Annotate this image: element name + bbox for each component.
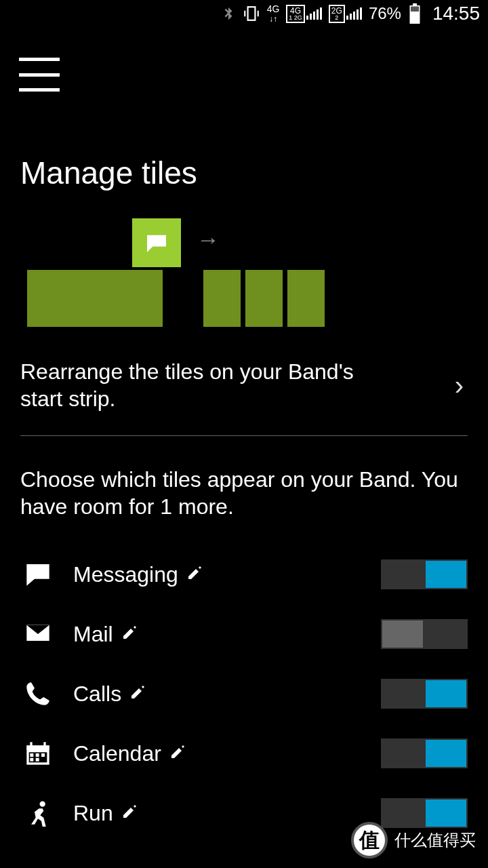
chevron-right-icon: › (455, 370, 464, 401)
edit-run-button[interactable] (121, 804, 138, 823)
tile-row-calendar: Calendar (20, 738, 468, 768)
preview-slot-tile (245, 270, 283, 327)
toggle-calls[interactable] (381, 679, 468, 709)
toggle-messaging[interactable] (381, 559, 468, 589)
rearrange-label: Rearrange the tiles on your Band's start… (20, 358, 400, 412)
calls-icon (20, 679, 56, 708)
calendar-icon (20, 739, 56, 768)
svg-rect-8 (30, 742, 32, 747)
edit-calendar-button[interactable] (169, 744, 186, 763)
svg-point-16 (40, 802, 45, 807)
preview-home-tile (27, 270, 163, 327)
svg-rect-1 (413, 3, 417, 5)
toggle-calendar[interactable] (381, 738, 468, 768)
svg-rect-7 (26, 745, 49, 750)
tile-label: Mail (73, 622, 113, 647)
divider (20, 435, 468, 436)
chat-icon (145, 233, 168, 252)
data-arrows-icon: ↓↑ (269, 14, 277, 24)
tile-preview-illustration: → (27, 218, 461, 327)
svg-rect-11 (30, 753, 33, 757)
mail-icon (20, 620, 56, 648)
tile-row-mail: Mail (20, 619, 468, 649)
svg-rect-13 (41, 753, 45, 757)
tile-label: Run (73, 801, 113, 826)
svg-rect-3 (411, 7, 419, 12)
tile-list: MessagingMailCallsCalendarRun (20, 559, 468, 828)
watermark: 值 什么值得买 (351, 822, 476, 859)
network-label: 4G (267, 3, 280, 14)
edit-mail-button[interactable] (121, 625, 138, 644)
svg-rect-15 (36, 758, 39, 762)
toggle-mail[interactable] (381, 619, 468, 649)
app-bar (0, 27, 488, 122)
content-area: Manage tiles → Rearrange the tiles on yo… (0, 155, 488, 828)
watermark-text: 什么值得买 (394, 829, 476, 851)
bluetooth-icon (221, 5, 236, 22)
sim2-signal-icon: 2G2 (329, 5, 362, 23)
tile-row-calls: Calls (20, 679, 468, 709)
tile-row-messaging: Messaging (20, 559, 468, 589)
page-title: Manage tiles (20, 155, 468, 191)
watermark-badge: 值 (351, 822, 388, 859)
messaging-icon (20, 560, 56, 589)
preview-slot-tile (287, 270, 325, 327)
svg-rect-9 (43, 742, 45, 747)
tile-label: Calendar (73, 741, 161, 766)
status-clock: 14:55 (432, 3, 480, 24)
vibrate-icon (243, 5, 260, 22)
svg-rect-14 (30, 758, 33, 762)
sim1-signal-icon: 4G1 2G (286, 5, 322, 23)
svg-rect-0 (247, 7, 255, 20)
arrow-right-icon: → (197, 226, 220, 253)
status-bar: 4G ↓↑ 4G1 2G 2G2 76% 14:55 (0, 0, 488, 27)
run-icon (20, 799, 56, 827)
svg-rect-12 (36, 753, 39, 757)
battery-percentage: 76% (369, 4, 401, 23)
hamburger-menu-button[interactable] (19, 58, 60, 92)
rearrange-tiles-item[interactable]: Rearrange the tiles on your Band's start… (20, 351, 468, 435)
preview-drag-tile (132, 218, 181, 267)
battery-icon (408, 3, 422, 24)
choose-tiles-description: Choose which tiles appear on your Band. … (20, 466, 468, 520)
preview-slot-tile (203, 270, 241, 327)
network-4g-icon: 4G ↓↑ (267, 3, 280, 24)
edit-messaging-button[interactable] (186, 565, 203, 584)
tile-label: Messaging (73, 562, 178, 587)
edit-calls-button[interactable] (129, 684, 146, 703)
tile-label: Calls (73, 682, 121, 707)
